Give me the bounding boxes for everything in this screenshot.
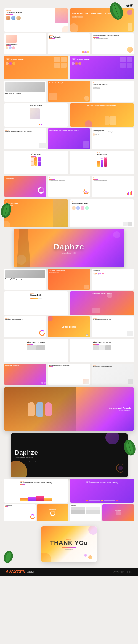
mt3 [81, 206, 84, 210]
slide-exec-desktop: Executive Desktop [4, 103, 68, 127]
slide-mini-3: Team Photos [70, 504, 101, 521]
slide-pricing: Daphze Pricing Plans Basic Pro Enterpris… [4, 151, 68, 174]
tc5 [75, 62, 78, 65]
slide-thankyou: Daphze THANK YOu www.daphze.com [41, 526, 97, 562]
bb1 [127, 193, 128, 195]
mgmt-photo [4, 387, 76, 431]
exec-title: Executive Members [6, 43, 45, 45]
customer-avatar: John Doe [93, 133, 133, 136]
slide-engineering-1: Providing High Engineering [4, 269, 46, 290]
rd-fill2 [30, 299, 37, 299]
ed-c1 [39, 124, 40, 125]
tl-title: We Have To Provide The Best Reports Comp… [86, 482, 118, 484]
slides-row-5: Executive Desktop We Give The Best Event… [4, 103, 134, 127]
leaf-top [109, 1, 124, 22]
exec-photo [6, 35, 17, 43]
slides-row-6: Daphze We Give The Best Desktop For Your… [4, 128, 134, 149]
m3-title: Team Photos [71, 505, 100, 506]
eng-img [5, 270, 45, 278]
mgmt-reports-title: Management Reports [109, 407, 131, 409]
exec-avatar-3 [12, 46, 15, 49]
d2b-title: We Provide The Best Desktop For Annual R… [49, 130, 89, 131]
bar-1 [97, 161, 100, 167]
m2-donut [50, 510, 56, 516]
rd-fill3 [30, 300, 40, 300]
c1 [82, 51, 84, 53]
b3-img [127, 331, 133, 336]
tp3 [54, 63, 60, 68]
pb1-chart [39, 329, 46, 336]
stat1: 66% [97, 159, 100, 161]
c2 [84, 51, 87, 53]
slide-blank-2: Daphze Consectetur adipiscing elit sed d… [92, 176, 134, 197]
price-card-2: Pro [34, 157, 37, 166]
price-card-3: Enterprise [38, 157, 41, 166]
b1-label: Daphze [49, 177, 89, 178]
rstat1-label: Clients [93, 274, 97, 275]
m3p3 [71, 510, 85, 514]
company-accent [93, 37, 99, 38]
rstat1: 115K+ Clients [93, 273, 97, 275]
participants-title: Best Participants [49, 36, 89, 38]
team-photo-1 [6, 16, 10, 20]
m2-title: Daphze Chart [49, 509, 56, 510]
m1-accent [5, 506, 8, 507]
slide-best-solid-teams: Regard Us Best Solid Teams [4, 8, 68, 32]
slides-row-17: DPO Business Daphze Chart [4, 504, 134, 521]
rcb1 [20, 498, 28, 501]
slides-row-4: Best Service Of Daphze Best Service Of D… [4, 81, 134, 102]
coffee-icon: ☕ [86, 334, 89, 336]
slides-row-3: Daphze Best Teams Of Daphze Daph [4, 56, 134, 79]
slide-gallery-2: Daphze Best Galery Of Daphze [70, 339, 134, 362]
avax-dotcom: .COM [26, 570, 34, 574]
exec-avatar-2 [9, 46, 12, 49]
slide-mini-1: DPO Business [4, 504, 36, 521]
tp6 [127, 57, 133, 62]
expert-donut [37, 186, 45, 195]
avax-watermark-right: AVAXGFX.COM [114, 571, 133, 573]
slides-row-13: Daphze Best Galery Of Daphze Daphze Best… [4, 339, 134, 362]
ty-accent [62, 547, 76, 548]
exec-avatar-1 [6, 46, 8, 49]
slide-desktop-2a: Daphze We Give The Best Desktop For Your… [4, 128, 46, 149]
b4-title: We Provide Best Desktop Annual Reports [93, 366, 133, 367]
pricing-title: Pricing Plans [31, 154, 41, 155]
slides-row-2: Executive Members Daphze Best Participan… [4, 33, 134, 54]
gal2-title: Best Galery Of Daphze [93, 342, 111, 344]
mgmt-photos [123, 222, 132, 226]
c3 [87, 51, 89, 53]
gal2-photos [93, 345, 111, 350]
leaf-bottom-left [3, 550, 14, 565]
svg-point-16 [118, 466, 123, 470]
m3-photos [71, 507, 100, 514]
events-d-circles [41, 382, 46, 384]
bb4 [131, 191, 132, 195]
pb1-accent [5, 321, 9, 321]
rcb2 [28, 497, 36, 501]
dl-circle-2 [105, 433, 119, 444]
slides-row-14: Best Events Of Daphze We Give The Best E… [4, 364, 134, 385]
eng2-text: "Lorem ipsum dolor sit amet" [49, 272, 89, 273]
rstat3: 5.0 Rating [102, 273, 104, 275]
stat2: 77% [101, 158, 103, 159]
price-card-1: Basic [31, 157, 34, 166]
service-1a-title: Best Service Of Daphze [5, 93, 45, 94]
rd-bar1 [30, 298, 42, 299]
slide-best-charts: Daphze Best Charts 66% 77% 88% [70, 151, 134, 174]
ec2 [44, 382, 46, 384]
glasses-decoration: 🕶️ [125, 2, 133, 10]
bar-2 [101, 160, 103, 167]
tl-line1 [89, 500, 100, 501]
gp3 [93, 345, 99, 350]
gp5 [105, 345, 111, 350]
company-circle [127, 47, 133, 53]
bar-3 [104, 158, 107, 167]
tc2 [9, 62, 12, 65]
eng2-img [84, 285, 89, 289]
slide-mini-4: Daphze Contact [102, 504, 134, 521]
gp4 [99, 345, 105, 350]
person2 [36, 402, 43, 417]
phone-mockup [128, 23, 132, 31]
mgmt-sub: Annual Report 2023 [109, 410, 131, 411]
tp2 [61, 57, 67, 62]
